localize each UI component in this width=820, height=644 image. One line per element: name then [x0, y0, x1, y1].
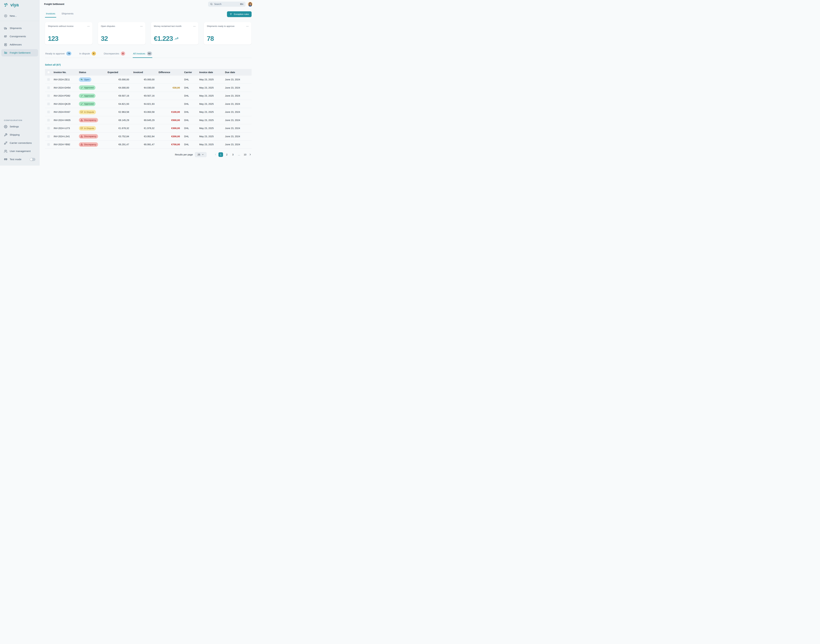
cell-due_date: June 23, 2024 — [223, 143, 252, 146]
row-checkbox[interactable] — [47, 111, 50, 113]
kpi-menu-button[interactable] — [140, 25, 143, 28]
page-button-10[interactable]: 10 — [243, 152, 247, 157]
column-header-invoice-date: Invoice date — [197, 71, 223, 74]
user-avatar[interactable] — [248, 2, 253, 6]
filter-tab-discrepancies[interactable]: Discrepancies8 — [103, 52, 126, 58]
search-input[interactable]: Search ⌘K — [208, 2, 246, 7]
new-button[interactable]: New... — [4, 14, 37, 18]
row-checkbox[interactable] — [47, 86, 50, 89]
cell-due_date: June 23, 2024 — [223, 86, 252, 89]
ellipsis-icon — [193, 25, 196, 28]
sidebar-item-label: Settings — [10, 125, 19, 128]
row-checkbox[interactable] — [47, 119, 50, 121]
chevron-left-icon[interactable] — [214, 153, 217, 156]
cell-invoiced: €3.063,58 — [129, 111, 155, 113]
search-icon — [210, 3, 213, 5]
cell-difference: €700,00 — [155, 143, 180, 146]
cell-difference: €30,00 — [155, 86, 180, 89]
sidebar-item-test-mode[interactable]: Test mode — [1, 156, 38, 163]
filter-tab-in-dispute[interactable]: In dispute6 — [79, 52, 96, 58]
sidebar-item-label: Consignments — [10, 35, 26, 38]
filter-tab-all-invoices[interactable]: All invoices92 — [133, 52, 152, 58]
sidebar-item-label: User management — [10, 150, 31, 153]
status-discrepancy-icon — [80, 143, 83, 146]
sidebar-item-shipping[interactable]: Shipping — [1, 131, 38, 138]
invoice-number: INV-2024-ZE11 — [52, 78, 79, 81]
cell-difference: €100,00 — [155, 111, 180, 113]
exception-rules-button[interactable]: Exception rules — [227, 11, 252, 17]
invoice-icon — [4, 51, 8, 55]
cell-difference: €200,00 — [155, 135, 180, 138]
sidebar-item-user-management[interactable]: User management — [1, 147, 38, 155]
kpi-value: 32 — [101, 35, 143, 42]
row-checkbox-cell — [45, 103, 52, 105]
cell-due_date: June 23, 2024 — [223, 135, 252, 138]
sidebar-item-addresses[interactable]: Addresses — [1, 41, 38, 48]
row-checkbox[interactable] — [47, 78, 50, 81]
row-checkbox[interactable] — [47, 103, 50, 105]
sidebar: viya New... ShipmentsConsignmentsAddress… — [0, 0, 40, 166]
status-badge: In Dispute — [79, 126, 96, 130]
row-checkbox[interactable] — [47, 127, 50, 130]
kpi-menu-button[interactable] — [246, 25, 249, 28]
tabs-row: InvoicesShipments Exception rules — [45, 11, 252, 18]
cell-carrier: DHL — [180, 78, 197, 81]
select-all-link[interactable]: Select all (67) — [45, 63, 61, 66]
sidebar-item-consignments[interactable]: Consignments — [1, 33, 38, 40]
cell-expected: €6.291,47 — [106, 143, 129, 146]
kpi-card-shipments-without-invoice: Shipments without invoice123 — [45, 22, 92, 44]
status-badge: Discrepancy — [79, 134, 98, 138]
status-open-icon — [80, 78, 83, 81]
test-mode-toggle[interactable] — [30, 158, 35, 161]
search-shortcut: ⌘K — [240, 3, 244, 5]
kpi-menu-button[interactable] — [87, 25, 90, 28]
sidebar-item-carrier-connections[interactable]: Carrier connections — [1, 140, 38, 147]
plus-circle-icon — [4, 14, 8, 18]
select-all-checkbox[interactable] — [47, 71, 50, 74]
per-page-select[interactable]: 25 — [195, 152, 207, 157]
row-checkbox-cell — [45, 94, 52, 97]
row-checkbox[interactable] — [47, 135, 50, 138]
cell-expected: €3.752,84 — [106, 135, 129, 138]
page-button-2[interactable]: 2 — [224, 152, 229, 157]
status-badge: Approved — [79, 86, 95, 90]
kpi-cards: Shipments without invoice123Open dispute… — [45, 22, 252, 44]
status-label: Approved — [84, 95, 94, 97]
filter-count-badge: 92 — [147, 52, 152, 55]
kpi-value-text: €1.223 — [154, 35, 173, 42]
header-checkbox-cell — [45, 71, 52, 74]
kpi-title: Shipments without invoice — [48, 25, 74, 28]
page-button-1[interactable]: 1 — [218, 152, 223, 157]
sidebar-item-shipments[interactable]: Shipments — [1, 25, 38, 32]
invoice-number: INV-2024-QK29 — [52, 103, 79, 105]
column-header-carrier: Carrier — [180, 71, 197, 74]
sidebar-item-label: Carrier connections — [10, 141, 32, 144]
filter-icon — [230, 13, 232, 15]
row-checkbox[interactable] — [47, 143, 50, 146]
kpi-menu-button[interactable] — [193, 25, 196, 28]
status-discrepancy-icon — [80, 119, 83, 121]
tab-shipments[interactable]: Shipments — [60, 11, 74, 18]
status-label: Discrepancy — [84, 119, 96, 121]
cell-invoiced: €8.645,29 — [129, 119, 155, 121]
sidebar-item-freight-settlement[interactable]: Freight Settlement — [1, 49, 38, 57]
status-approved-icon — [80, 86, 83, 89]
wrench-icon — [4, 133, 8, 136]
ellipsis-icon — [246, 25, 249, 28]
cell-expected: €8.145,29 — [106, 119, 129, 121]
kpi-card-money-reclaimed-last-month: Money reclaimed last month€1.223 — [151, 22, 198, 44]
kpi-title: Shipments ready to approve — [207, 25, 235, 28]
page-button-3[interactable]: 3 — [230, 152, 235, 157]
row-checkbox[interactable] — [47, 94, 50, 97]
filter-label: In dispute — [79, 52, 90, 55]
cell-carrier: DHL — [180, 86, 197, 89]
sidebar-item-settings[interactable]: Settings — [1, 123, 38, 130]
kpi-card-header: Open disputes — [101, 25, 143, 28]
tab-invoices[interactable]: Invoices — [45, 11, 56, 18]
filter-tab-ready-to-approve[interactable]: Ready to approve78 — [45, 52, 72, 58]
table-row: INV-2024-RX67In Dispute€2.963,58€3.063,5… — [45, 108, 252, 116]
search-placeholder: Search — [214, 3, 238, 5]
chevron-right-icon[interactable] — [249, 153, 252, 156]
main-tabs: InvoicesShipments — [45, 11, 74, 18]
status-label: Approved — [84, 86, 94, 89]
